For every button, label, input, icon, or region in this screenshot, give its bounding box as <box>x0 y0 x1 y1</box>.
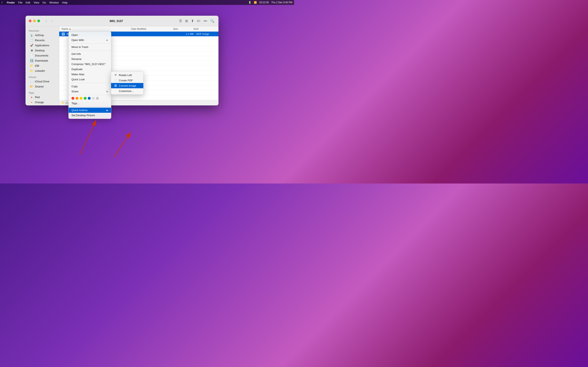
close-button[interactable] <box>29 20 31 22</box>
sidebar-item-icloud-drive[interactable]: ☁️ iCloud Drive <box>27 79 58 84</box>
name-column-header[interactable]: Name ▲ <box>62 27 131 30</box>
menubar:  Finder File Edit View Go Window Help 🔋… <box>0 0 294 5</box>
context-menu-compress[interactable]: Compress "IMG_0137.HEIC" <box>69 62 111 67</box>
window-menu[interactable]: Window <box>49 1 59 4</box>
convert-image-icon: 🖼 <box>114 84 117 87</box>
sidebar-item-red-tag[interactable]: ● Red <box>27 95 58 100</box>
submenu-arrow: ▶ <box>107 39 108 41</box>
context-menu-share[interactable]: Share ▶ <box>69 89 111 94</box>
linkedin-icon: 📁 <box>30 69 33 72</box>
share-button[interactable]: ⬆ <box>190 18 195 24</box>
back-button[interactable]: ‹ <box>44 19 49 23</box>
sidebar-item-applications[interactable]: 🚀 Applications <box>27 43 58 48</box>
red-tag-icon: ● <box>30 95 33 99</box>
view-menu[interactable]: View <box>34 1 39 4</box>
context-menu-tags-more[interactable]: Tags... <box>69 101 111 106</box>
tag-gray[interactable] <box>92 97 95 100</box>
sidebar-item-label: iDB <box>35 64 39 67</box>
file-menu[interactable]: File <box>18 1 22 4</box>
submenu-item-label: Rotate Left <box>119 74 132 77</box>
context-menu-separator <box>69 50 111 50</box>
context-menu: Open Open With ▶ Move to Trash Get Info … <box>68 31 111 119</box>
sidebar-item-linkedin[interactable]: 📁 LinkedIn <box>27 68 58 73</box>
sidebar-item-airdrop[interactable]: 📡 AirDrop <box>27 33 58 38</box>
help-menu[interactable]: Help <box>62 1 68 4</box>
applications-icon: 🚀 <box>30 44 33 47</box>
downloads-icon: ⬇️ <box>30 59 33 62</box>
context-menu-duplicate[interactable]: Duplicate <box>69 67 111 72</box>
sidebar-item-label: Shared <box>35 85 43 88</box>
apple-menu[interactable]:  <box>2 1 3 4</box>
context-menu-set-desktop[interactable]: Set Desktop Picture <box>69 113 111 118</box>
window-title: IMG_0137 <box>57 19 176 23</box>
title-bar: ‹ › IMG_0137 ☰ ⊞ ⬆ 🏷 ••• 🔍 <box>26 16 218 26</box>
context-menu-quick-look[interactable]: Quick Look <box>69 77 111 82</box>
context-menu-open-with[interactable]: Open With ▶ <box>69 38 111 43</box>
column-headers: Name ▲ Date Modified Size Kind <box>59 26 218 32</box>
tag-blue[interactable] <box>88 97 91 100</box>
sidebar: Favorites 📡 AirDrop 🕐 Recents 🚀 Applicat… <box>26 26 59 105</box>
more-button[interactable]: ••• <box>203 18 208 24</box>
sidebar-item-label: Applications <box>35 44 49 47</box>
context-menu-open[interactable]: Open <box>69 33 111 38</box>
recents-icon: 🕐 <box>30 39 33 42</box>
submenu-convert-image[interactable]: 🖼 Convert Image <box>111 83 143 88</box>
sidebar-item-desktop[interactable]: 🖥 Desktop <box>27 48 58 53</box>
minimize-button[interactable] <box>33 20 36 22</box>
search-button[interactable]: 🔍 <box>209 18 215 24</box>
submenu-customize[interactable]: Customize... <box>111 88 143 94</box>
context-menu-tags <box>69 96 111 101</box>
finder-menu[interactable]: Finder <box>7 1 15 4</box>
breadcrumb-folder-icon: 📁 <box>62 101 65 104</box>
orange-tag-icon: ● <box>30 100 33 104</box>
toolbar-actions: ☰ ⊞ ⬆ 🏷 ••• 🔍 <box>178 18 215 24</box>
list-view-button[interactable]: ☰ <box>178 18 183 24</box>
tag-button[interactable]: 🏷 <box>196 18 201 24</box>
traffic-lights <box>29 20 40 22</box>
sidebar-item-label: iCloud Drive <box>35 80 49 83</box>
context-menu-quick-actions[interactable]: Quick Actions ▶ <box>69 108 111 113</box>
sidebar-item-orange-tag[interactable]: ● Orange <box>27 100 58 105</box>
submenu-item-label: Convert Image <box>119 84 136 87</box>
tag-darkgray[interactable] <box>96 97 99 100</box>
airdrop-icon: 📡 <box>30 33 33 37</box>
tag-red[interactable] <box>71 97 74 100</box>
size-column-header[interactable]: Size <box>173 27 194 30</box>
shared-icon: 📂 <box>30 85 33 88</box>
tag-orange[interactable] <box>76 97 78 100</box>
date-column-header[interactable]: Date Modified <box>131 27 173 30</box>
sidebar-item-recents[interactable]: 🕐 Recents <box>27 38 58 43</box>
sidebar-item-label: Recents <box>35 39 45 42</box>
edit-menu[interactable]: Edit <box>26 1 30 4</box>
context-menu-separator <box>69 43 111 44</box>
rotate-left-icon: ↺ <box>114 73 117 77</box>
sidebar-item-label: AirDrop <box>35 34 44 37</box>
sidebar-item-downloads[interactable]: ⬇️ Downloads <box>27 58 58 63</box>
submenu-rotate-left[interactable]: ↺ Rotate Left <box>111 72 143 78</box>
tag-yellow[interactable] <box>80 97 82 100</box>
sidebar-item-idb[interactable]: 📁 iDB <box>27 63 58 68</box>
create-pdf-icon: 📄 <box>114 79 117 82</box>
context-menu-separator <box>69 83 111 83</box>
wifi-icon: 📶 <box>254 1 257 4</box>
tags-section-title: Tags <box>26 91 59 94</box>
forward-button[interactable]: › <box>50 19 54 23</box>
sidebar-item-documents[interactable]: 📄 Documents <box>27 53 58 58</box>
submenu-create-pdf[interactable]: 📄 Create PDF <box>111 78 143 83</box>
context-menu-get-info[interactable]: Get Info <box>69 51 111 57</box>
tag-green[interactable] <box>84 97 86 100</box>
context-menu-copy[interactable]: Copy <box>69 84 111 89</box>
favorites-section-title: Favorites <box>26 29 59 33</box>
clock: 03:22:00 <box>259 1 269 4</box>
context-menu-rename[interactable]: Rename <box>69 57 111 62</box>
maximize-button[interactable] <box>37 20 40 22</box>
file-size: 1.1 MB <box>173 33 194 35</box>
kind-column-header[interactable]: Kind <box>194 27 216 30</box>
sidebar-item-shared[interactable]: 📂 Shared <box>27 84 58 89</box>
sidebar-item-label: LinkedIn <box>35 69 45 72</box>
context-menu-move-trash[interactable]: Move to Trash <box>69 44 111 50</box>
submenu-item-label: Create PDF <box>119 79 133 82</box>
context-menu-make-alias[interactable]: Make Alias <box>69 72 111 77</box>
go-menu[interactable]: Go <box>43 1 46 4</box>
grid-view-button[interactable]: ⊞ <box>184 18 189 24</box>
